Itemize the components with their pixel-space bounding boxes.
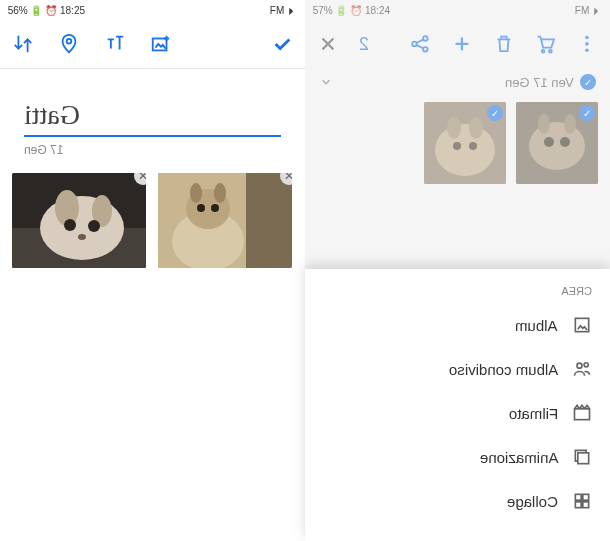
svg-point-22: [549, 50, 552, 53]
date-header: Ven 17 Gen ✓: [305, 68, 610, 96]
create-bottom-sheet: CREA Album Album condiviso Filmato Anima…: [305, 269, 610, 541]
svg-rect-43: [575, 494, 581, 500]
svg-point-27: [435, 124, 495, 176]
svg-rect-11: [246, 173, 292, 268]
create-album-item[interactable]: Album: [305, 303, 610, 347]
svg-point-35: [560, 137, 570, 147]
selection-count: 2: [359, 34, 369, 55]
svg-point-25: [423, 47, 428, 52]
svg-rect-26: [424, 102, 506, 184]
svg-rect-42: [578, 453, 589, 464]
status-bar-left: FM ⏵ 56% 🔋 ⏰ 18:25: [0, 0, 305, 20]
album-icon: [572, 315, 592, 335]
location-icon[interactable]: [58, 33, 80, 55]
selected-check-icon[interactable]: ✓: [487, 105, 503, 121]
movie-icon: [572, 403, 592, 423]
sheet-header: CREA: [305, 279, 610, 303]
album-date-label: 17 Gen: [24, 143, 281, 157]
animation-icon: [572, 447, 592, 467]
grid-thumbs: ✓ ✓: [305, 96, 610, 190]
more-icon[interactable]: [576, 33, 598, 55]
grid-thumb[interactable]: ✓: [424, 102, 506, 184]
svg-point-0: [67, 39, 72, 44]
svg-rect-45: [575, 502, 581, 508]
svg-point-7: [64, 219, 76, 231]
add-photo-icon[interactable]: [150, 33, 172, 55]
album-edit-screen: FM ⏵ 56% 🔋 ⏰ 18:25 17 Gen: [0, 0, 305, 541]
select-all-check-icon[interactable]: ✓: [580, 74, 596, 90]
svg-point-29: [469, 117, 483, 139]
cart-icon[interactable]: [534, 33, 556, 55]
create-animation-item[interactable]: Animazione: [305, 435, 610, 479]
svg-point-15: [214, 183, 226, 203]
library-create-screen: FM ⏵ 57% 🔋 ⏰ 18:24 2 Ven 17 Gen ✓ ✓: [305, 0, 610, 541]
album-toolbar: [0, 20, 305, 68]
confirm-icon[interactable]: [271, 33, 293, 55]
svg-point-23: [412, 42, 417, 47]
svg-point-14: [190, 183, 202, 203]
close-icon[interactable]: [317, 33, 339, 55]
svg-point-33: [529, 122, 585, 170]
svg-point-39: [577, 363, 582, 368]
photo-thumb[interactable]: ✕: [12, 173, 146, 268]
svg-rect-32: [516, 102, 598, 184]
svg-point-16: [197, 204, 205, 212]
text-icon[interactable]: [104, 33, 126, 55]
create-shared-album-item[interactable]: Album condiviso: [305, 347, 610, 391]
album-title-input[interactable]: [24, 99, 281, 137]
svg-point-8: [88, 220, 100, 232]
svg-point-36: [538, 114, 550, 134]
shared-album-icon: [572, 359, 592, 379]
svg-point-30: [453, 142, 461, 150]
svg-point-40: [584, 363, 588, 367]
grid-thumb[interactable]: ✓: [516, 102, 598, 184]
svg-point-37: [564, 114, 576, 134]
create-collage-item[interactable]: Collage: [305, 479, 610, 523]
selected-check-icon[interactable]: ✓: [579, 105, 595, 121]
svg-rect-44: [583, 494, 589, 500]
add-icon[interactable]: [451, 33, 473, 55]
photo-thumb[interactable]: ✕: [158, 173, 292, 268]
svg-point-21: [542, 50, 545, 53]
svg-point-20: [585, 48, 589, 52]
svg-rect-41: [575, 409, 590, 420]
svg-point-18: [585, 36, 589, 40]
selection-toolbar: 2: [305, 20, 610, 68]
trash-icon[interactable]: [493, 33, 515, 55]
svg-rect-46: [583, 502, 589, 508]
create-movie-item[interactable]: Filmato: [305, 391, 610, 435]
share-icon[interactable]: [409, 33, 431, 55]
svg-point-31: [469, 142, 477, 150]
chevron-down-icon[interactable]: [319, 75, 333, 89]
sort-icon[interactable]: [12, 33, 34, 55]
album-thumbnails: ✕ ✕: [0, 157, 305, 284]
status-bar-right: FM ⏵ 57% 🔋 ⏰ 18:24: [305, 0, 610, 20]
svg-point-19: [585, 42, 589, 46]
svg-point-24: [423, 36, 428, 41]
collage-icon: [572, 491, 592, 511]
svg-point-28: [447, 117, 461, 139]
svg-point-9: [78, 234, 86, 240]
svg-point-17: [211, 204, 219, 212]
svg-point-34: [544, 137, 554, 147]
